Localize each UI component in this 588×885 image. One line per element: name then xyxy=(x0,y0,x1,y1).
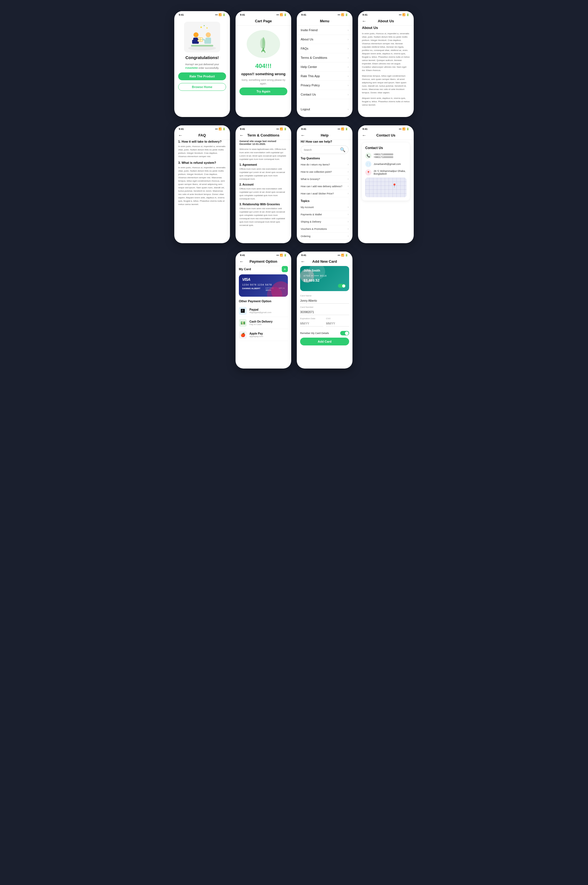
help-content: Hi! How can we help? 🔍 Top Questions How… xyxy=(297,140,352,243)
chevron-icon: › xyxy=(348,29,349,32)
wifi-icon: 📶 xyxy=(402,14,405,16)
about-para-3: Aliquam lorem ante, dapibus in, viverra … xyxy=(362,97,410,107)
contact-card-title: Contact Us xyxy=(365,146,406,150)
help-item-collection[interactable]: How to use collection point? › xyxy=(301,168,349,176)
back-arrow-icon[interactable]: ← xyxy=(301,133,305,138)
signal-icon: ▪▪▪ xyxy=(276,254,279,257)
status-time: 9:41 xyxy=(240,254,245,257)
status-icons: ▪▪▪ 📶 🔋 xyxy=(215,14,225,16)
map-view: 📍 xyxy=(365,178,406,197)
svg-rect-1 xyxy=(191,45,213,47)
help-item-return[interactable]: How do I return my items? › xyxy=(301,161,349,168)
card-number-input[interactable] xyxy=(300,310,349,315)
menu-item-rate[interactable]: Rate This App › xyxy=(297,72,352,81)
row-1: 9:41 ▪▪▪ 📶 🔋 xyxy=(174,11,414,117)
help-screen: 9:41 ▪▪▪ 📶 🔋 ← Help Hi! How can we help?… xyxy=(297,125,352,243)
menu-item-help[interactable]: Help Center › xyxy=(297,62,352,72)
status-bar-10: 9:41 ▪▪▪ 📶 🔋 xyxy=(297,251,352,258)
about-para-1: In enim justo, rhoncus ut, imperdiet a, … xyxy=(362,32,410,72)
add-card-button[interactable]: + xyxy=(282,266,288,272)
help-topic-account[interactable]: My Account › xyxy=(301,204,349,211)
help-topic-shipping[interactable]: Shiping & Delivery › xyxy=(301,218,349,225)
back-arrow-icon[interactable]: ← xyxy=(362,19,366,24)
help-item-grocery[interactable]: What is Grocery? › xyxy=(301,176,349,183)
status-icons: ▪▪▪ 📶 🔋 xyxy=(215,128,225,131)
wifi-icon: 📶 xyxy=(402,128,405,131)
remember-toggle[interactable] xyxy=(340,331,349,335)
status-icons: ▪▪▪ 📶 🔋 xyxy=(399,128,409,131)
rate-product-button[interactable]: Rate The Product xyxy=(178,72,226,80)
topics-header: Topics xyxy=(301,200,349,203)
chevron-icon: › xyxy=(348,163,349,166)
help-search-input[interactable] xyxy=(304,149,338,151)
back-arrow-icon[interactable]: ← xyxy=(301,259,305,264)
svg-rect-4 xyxy=(192,40,195,44)
signal-icon: ▪▪▪ xyxy=(215,128,218,131)
row-2: 9:41 ▪▪▪ 📶 🔋 ← FAQ 1. How it will take t… xyxy=(174,125,414,243)
exp-date-input[interactable] xyxy=(300,321,323,326)
menu-item-faqs[interactable]: FAQs › xyxy=(297,44,352,53)
menu-item-privacy[interactable]: Privacy Policy › xyxy=(297,81,352,90)
congrats-content: ★ ✦ ★ Congratulations! Hurray!! we just … xyxy=(174,17,230,95)
back-arrow-icon[interactable]: ← xyxy=(178,133,183,138)
help-topic-vouchers[interactable]: Vouchers & Promotions › xyxy=(301,225,349,233)
signal-icon: ▪▪▪ xyxy=(276,14,279,16)
help-topic-payments[interactable]: Payments & Wallet › xyxy=(301,211,349,218)
svg-line-13 xyxy=(202,39,204,40)
error-content: 404!!! oppss!! something wrong Sorry, so… xyxy=(236,26,291,98)
help-item-sticker[interactable]: How can I avail Sticker Price? › xyxy=(301,190,349,197)
card-name-field: Card Name xyxy=(300,294,349,304)
back-arrow-icon[interactable]: ← xyxy=(239,133,244,138)
menu-item-terms[interactable]: Terms & Conditions › xyxy=(297,53,352,62)
try-again-button[interactable]: Try Again xyxy=(239,87,287,95)
add-card-button[interactable]: Add Card xyxy=(300,338,349,346)
status-icons: ▪▪▪ 📶 🔋 xyxy=(338,128,348,131)
cvv-input[interactable] xyxy=(326,321,349,326)
help-item-delivery[interactable]: How can I add new delivery address? › xyxy=(301,183,349,190)
faq-header-title: FAQ xyxy=(198,133,206,137)
status-bar-1: 9:41 ▪▪▪ 📶 🔋 xyxy=(174,11,230,17)
chevron-icon: › xyxy=(348,177,349,180)
status-bar-3: 9:41 ▪▪▪ 📶 🔋 xyxy=(297,11,352,17)
status-icons: ▪▪▪ 📶 🔋 xyxy=(276,14,287,16)
terms-section-1-title: 1. Agreement xyxy=(239,163,287,166)
cod-option[interactable]: 💵 Cash On Delivery Pay In Cash xyxy=(239,317,288,329)
svg-text:★: ★ xyxy=(200,26,202,29)
applepay-option[interactable]: 🍎 Apple Pay applepay.com xyxy=(239,329,288,341)
signal-icon: ▪▪▪ xyxy=(276,128,279,131)
paypal-option[interactable]: 🅿 Paypal Mypaypal@gmail.com xyxy=(239,305,288,317)
card-toggle[interactable] xyxy=(338,284,346,288)
error-404: 404!!! xyxy=(255,62,272,70)
status-time: 9:41 xyxy=(240,14,245,16)
card-preview: John Smith 4756 •• •••• 9018 $3,469.52 xyxy=(300,266,349,291)
error-illustration xyxy=(247,30,280,58)
email-icon: ✉️ xyxy=(365,161,371,167)
status-time: 9:41 xyxy=(179,14,184,16)
menu-header: Menu xyxy=(297,17,352,26)
svg-rect-11 xyxy=(204,40,207,44)
menu-item-contact[interactable]: Contact Us › xyxy=(297,90,352,99)
faq-a1: In enim justo, rhoncus ut, imperdiet a, … xyxy=(178,145,226,158)
paypal-icon: 🅿 xyxy=(239,307,247,315)
cod-icon: 💵 xyxy=(239,319,247,327)
chevron-icon: › xyxy=(348,192,349,195)
contact-address: 📍 26 'C Mohammadpur Dhaka, Bongladesh xyxy=(365,169,406,176)
menu-item-about[interactable]: About Us › xyxy=(297,35,352,44)
browse-home-button[interactable]: Browse Home xyxy=(178,83,226,91)
visa-card[interactable]: VISA 1234 5678 1234 5678 DANNIS ALBERT E… xyxy=(239,274,288,297)
help-topic-ordering[interactable]: Ordering › xyxy=(301,233,349,240)
back-arrow-icon[interactable]: ← xyxy=(239,259,244,264)
add-card-screen: 9:41 ▪▪▪ 📶 🔋 ← Add New Card John Smith 4… xyxy=(297,251,352,368)
battery-icon: 🔋 xyxy=(222,14,225,16)
chevron-icon: › xyxy=(348,93,349,96)
back-arrow-icon[interactable]: ← xyxy=(362,133,366,138)
phone-number-2: +8801710000000 xyxy=(374,156,393,158)
faq-q2: 3. What is refund system? xyxy=(178,161,226,164)
my-card-label: My Card xyxy=(239,267,251,271)
card-name-input[interactable] xyxy=(300,298,349,304)
add-card-header: ← Add New Card xyxy=(297,258,352,266)
menu-item-invite[interactable]: Invite Friend › xyxy=(297,26,352,35)
chevron-icon: › xyxy=(348,56,349,59)
congrats-title: Congratulations! xyxy=(185,55,219,60)
menu-item-logout[interactable]: Logout › xyxy=(297,105,352,114)
